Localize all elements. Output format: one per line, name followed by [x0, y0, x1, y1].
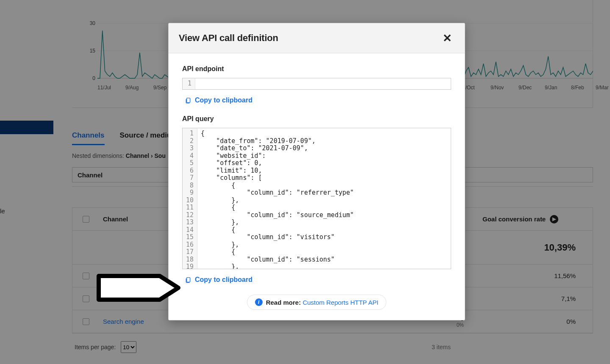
- copy-endpoint-button[interactable]: Copy to clipboard: [185, 97, 252, 104]
- read-more-link[interactable]: Custom Reports HTTP API: [302, 299, 378, 306]
- copy-endpoint-label: Copy to clipboard: [195, 97, 252, 104]
- close-icon[interactable]: ✕: [440, 31, 455, 45]
- modal-body: API endpoint 1 Copy to clipboard API que…: [169, 53, 465, 320]
- endpoint-label: API endpoint: [182, 65, 451, 73]
- query-label: API query: [182, 115, 451, 123]
- read-more-pill: i Read more: Custom Reports HTTP API: [247, 295, 387, 310]
- read-more-label: Read more:: [266, 299, 301, 306]
- modal-header: View API call definition ✕: [169, 23, 465, 53]
- svg-rect-4: [187, 278, 190, 282]
- api-definition-modal: View API call definition ✕ API endpoint …: [168, 23, 465, 320]
- endpoint-codebox[interactable]: 1: [182, 78, 451, 90]
- copy-query-button[interactable]: Copy to clipboard: [185, 276, 252, 284]
- info-icon: i: [255, 298, 263, 306]
- read-more-row: i Read more: Custom Reports HTTP API: [182, 295, 451, 310]
- endpoint-value: [195, 78, 451, 89]
- modal-title: View API call definition: [179, 33, 278, 44]
- annotation-callout-arrow: [96, 273, 181, 302]
- query-codebox[interactable]: 12345678910111213141516171819 { "date_fr…: [182, 128, 451, 269]
- copy-query-label: Copy to clipboard: [195, 276, 252, 284]
- svg-rect-3: [187, 98, 190, 103]
- clipboard-icon: [185, 276, 191, 283]
- clipboard-icon: [185, 97, 191, 104]
